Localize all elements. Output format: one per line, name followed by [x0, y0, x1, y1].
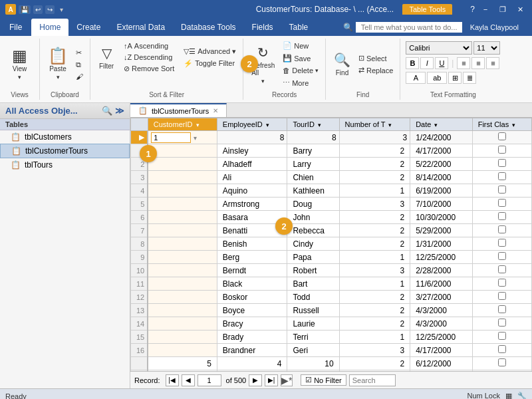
footer-2-col5[interactable]: 12/18/2000	[410, 370, 473, 372]
minimize-button[interactable]: −	[479, 3, 492, 15]
help-icon[interactable]: ?	[470, 5, 475, 14]
help-search-input[interactable]	[356, 22, 462, 33]
cell-customerID[interactable]	[148, 277, 217, 291]
cell-numTours[interactable]: 1	[339, 331, 410, 344]
firstClass-check[interactable]	[498, 199, 506, 207]
cell-tourID[interactable]: John	[287, 211, 339, 224]
cell-date[interactable]: 8/14/2000	[410, 171, 473, 184]
menu-home[interactable]: Home	[31, 19, 68, 36]
paste-button[interactable]: 📋 Paste ▾	[44, 45, 72, 84]
cell-employeeID[interactable]: Berg	[217, 251, 287, 264]
cell-customerID[interactable]	[148, 224, 217, 237]
underline-button[interactable]: U	[435, 57, 448, 69]
firstClass-check[interactable]	[498, 212, 506, 220]
cell-customerID[interactable]	[148, 171, 217, 184]
align-right-button[interactable]: ≡	[486, 57, 499, 69]
cell-date[interactable]: 12/25/2000	[410, 251, 473, 264]
filter-firstClass[interactable]	[472, 131, 531, 144]
cell-employeeID[interactable]: Black	[217, 277, 287, 291]
filter-employeeID[interactable]: 8	[217, 131, 287, 144]
col-header-employeeID[interactable]: EmployeeID ▾	[217, 118, 287, 131]
view-button[interactable]: ▦ View ▾	[8, 45, 32, 84]
cell-firstClass[interactable]	[472, 171, 531, 184]
cell-tourID[interactable]: Barry	[287, 144, 339, 158]
cell-customerID[interactable]	[148, 237, 217, 251]
cell-date[interactable]: 4/17/2000	[410, 144, 473, 158]
cell-numTours[interactable]: 2	[339, 171, 410, 184]
cell-employeeID[interactable]: Ali	[217, 171, 287, 184]
menu-database-tools[interactable]: Database Tools	[173, 19, 244, 36]
cell-customerID[interactable]	[148, 198, 217, 211]
cell-date[interactable]: 6/19/2000	[410, 184, 473, 198]
footer-2-firstClass[interactable]	[472, 370, 531, 372]
cell-date[interactable]: 10/30/2000	[410, 211, 473, 224]
footer-1-firstClass[interactable]	[472, 357, 531, 370]
nav-item-tblCustomerTours[interactable]: 📋 tblCustomerTours	[0, 144, 130, 158]
more-button[interactable]: ⋯ More	[280, 77, 321, 88]
new-record-nav-button[interactable]: ▶*	[281, 374, 293, 386]
col-header-customerID[interactable]: CustomerID ▾	[148, 118, 217, 131]
cell-customerID[interactable]	[148, 291, 217, 304]
new-record-button[interactable]: 📄 New	[280, 40, 321, 51]
cell-firstClass[interactable]	[472, 198, 531, 211]
cell-employeeID[interactable]: Boskor	[217, 291, 287, 304]
bold-button[interactable]: B	[406, 57, 419, 69]
cell-numTours[interactable]: 3	[339, 264, 410, 277]
cell-firstClass[interactable]	[472, 344, 531, 357]
cell-numTours[interactable]: 2	[339, 237, 410, 251]
footer-1-col5[interactable]: 6/12/2000	[410, 357, 473, 370]
footer-2-col4[interactable]: 1	[339, 370, 410, 372]
cell-customerID[interactable]	[148, 144, 217, 158]
nav-search-icon[interactable]: 🔍	[102, 106, 112, 116]
cell-firstClass[interactable]	[472, 304, 531, 317]
footer-1-col2[interactable]: 4	[217, 357, 287, 370]
menu-file[interactable]: File	[0, 19, 31, 36]
cell-numTours[interactable]: 2	[339, 304, 410, 317]
cell-numTours[interactable]: 2	[339, 158, 410, 171]
menu-create[interactable]: Create	[68, 19, 108, 36]
view-toggle-1[interactable]: ▦	[505, 392, 512, 399]
cell-tourID[interactable]: Rebecca	[287, 224, 339, 237]
nav-item-tblCustomers[interactable]: 📋 tblCustomers	[0, 130, 130, 144]
cell-date[interactable]: 2/28/2000	[410, 264, 473, 277]
firstClass-check[interactable]	[498, 345, 506, 353]
menu-fields[interactable]: Fields	[244, 19, 281, 36]
cell-firstClass[interactable]	[472, 331, 531, 344]
remove-sort-button[interactable]: ⊘ Remove Sort	[121, 63, 177, 74]
cell-tourID[interactable]: Cindy	[287, 237, 339, 251]
italic-button[interactable]: I	[420, 57, 434, 69]
cell-employeeID[interactable]: Armstrong	[217, 198, 287, 211]
find-button[interactable]: 🔍 Find	[330, 45, 354, 84]
firstClass-check[interactable]	[498, 239, 506, 247]
tab-close-button[interactable]: ✕	[213, 107, 218, 114]
save-record-button[interactable]: 💾 Save	[280, 53, 321, 64]
cell-customerID[interactable]	[148, 331, 217, 344]
cell-firstClass[interactable]	[472, 264, 531, 277]
cell-numTours[interactable]: 3	[339, 344, 410, 357]
no-filter-button[interactable]: ☑ No Filter	[301, 374, 346, 386]
cell-tourID[interactable]: Geri	[287, 344, 339, 357]
firstClass-check[interactable]	[498, 332, 506, 340]
cell-employeeID[interactable]: Ainsley	[217, 144, 287, 158]
last-record-button[interactable]: ▶|	[265, 374, 278, 386]
cell-tourID[interactable]: Russell	[287, 304, 339, 317]
cell-customerID[interactable]	[148, 251, 217, 264]
cell-customerID[interactable]	[148, 304, 217, 317]
cell-firstClass[interactable]	[472, 211, 531, 224]
cell-numTours[interactable]: 2	[339, 224, 410, 237]
cell-customerID[interactable]	[148, 344, 217, 357]
copy-button[interactable]: ⧉	[73, 59, 86, 70]
cell-numTours[interactable]: 2	[339, 211, 410, 224]
firstClass-check[interactable]	[498, 279, 506, 287]
filter-tourID[interactable]: 8	[287, 131, 339, 144]
cell-date[interactable]: 7/10/2000	[410, 198, 473, 211]
alt-row-button[interactable]: ≣	[463, 72, 476, 84]
replace-button[interactable]: ⇄ Replace	[356, 65, 396, 76]
cell-date[interactable]: 5/22/2000	[410, 158, 473, 171]
footer-2-col3[interactable]: 9	[287, 370, 339, 372]
cell-tourID[interactable]: Kathleen	[287, 184, 339, 198]
cell-employeeID[interactable]: Brady	[217, 331, 287, 344]
cell-numTours[interactable]: 1	[339, 184, 410, 198]
firstClass-check[interactable]	[498, 305, 506, 313]
delete-record-button[interactable]: 🗑 Delete ▾	[280, 65, 321, 76]
